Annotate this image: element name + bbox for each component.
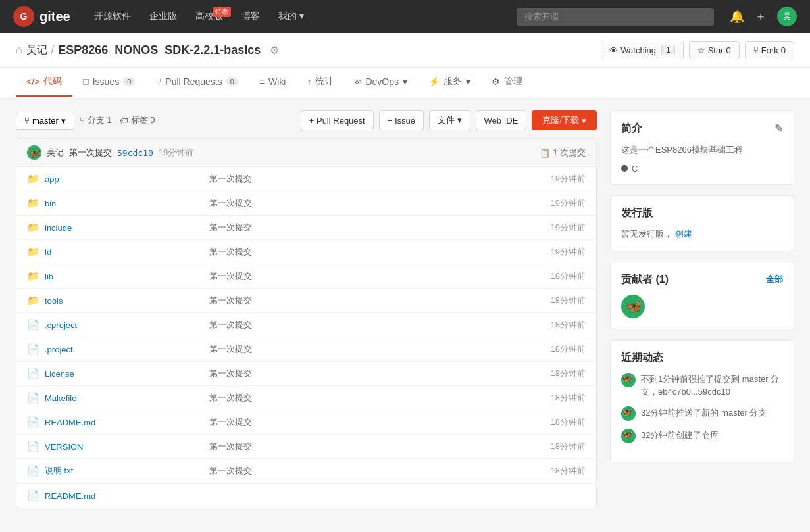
- search-input[interactable]: [517, 8, 714, 26]
- list-item: 📄Makefile第一次提交18分钟前: [16, 386, 596, 410]
- list-item: 📁bin第一次提交19分钟前: [16, 191, 596, 216]
- file-name-link[interactable]: include: [45, 223, 209, 233]
- tab-wiki[interactable]: ≡ Wiki: [249, 68, 297, 97]
- tab-devops[interactable]: ∞ DevOps ▾: [344, 68, 418, 97]
- activity-avatar: 🦋: [621, 373, 636, 387]
- file-commit-msg: 第一次提交: [209, 368, 520, 379]
- file-commit-msg: 第一次提交: [209, 416, 520, 428]
- release-create-link[interactable]: 创建: [675, 229, 692, 239]
- webide-button[interactable]: Web IDE: [476, 110, 527, 130]
- repo-sidebar: 简介 ✎ 这是一个ESP8266模块基础工程 C 发行版 暂无发行版， 创建: [610, 110, 794, 508]
- special-badge: 特惠: [213, 7, 231, 17]
- file-time: 18分钟前: [520, 295, 586, 306]
- commit-message[interactable]: 第一次提交: [69, 147, 112, 158]
- file-time: 18分钟前: [520, 416, 586, 428]
- branch-count[interactable]: ⑂ 分支 1: [80, 114, 112, 126]
- edit-icon[interactable]: ✎: [774, 122, 783, 135]
- contributor-avatar[interactable]: 🦋: [621, 295, 645, 318]
- list-item: 📄VERSION第一次提交18分钟前: [16, 435, 596, 459]
- tag-icon: 🏷: [120, 116, 128, 126]
- star-icon: ☆: [697, 45, 705, 55]
- file-commit-msg: 第一次提交: [209, 246, 520, 258]
- file-button[interactable]: 文件 ▾: [429, 110, 470, 130]
- star-button[interactable]: ☆ Star 0: [689, 41, 740, 59]
- file-name-link[interactable]: VERSION: [45, 442, 209, 452]
- file-name-link[interactable]: ld: [45, 247, 209, 257]
- watch-button[interactable]: 👁 Watching 1: [601, 41, 683, 59]
- repo-name[interactable]: ESP8266_NONOS_SDK-2.2.1-basics: [58, 43, 261, 57]
- file-icon: 📁: [27, 173, 39, 185]
- activity-text: 32分钟前创建了仓库: [641, 429, 719, 442]
- file-name-link[interactable]: .cproject: [45, 320, 209, 330]
- logo-icon: G: [13, 6, 34, 27]
- file-time: 18分钟前: [520, 319, 586, 331]
- contributors-all-link[interactable]: 全部: [766, 274, 783, 285]
- commit-time: 19分钟前: [159, 147, 193, 158]
- repo-main: ⑂ master ▾ ⑂ 分支 1 🏷 标签 0 + Pull Request …: [16, 110, 597, 508]
- issue-button[interactable]: + Issue: [379, 110, 424, 130]
- file-name-link[interactable]: bin: [45, 199, 209, 208]
- file-icon: 📄: [27, 441, 39, 452]
- fork-button[interactable]: ⑂ Fork 0: [745, 41, 794, 59]
- clone-button[interactable]: 克隆/下载 ▾: [532, 110, 597, 130]
- contributors-label: 贡献者 (1): [621, 273, 669, 287]
- file-time: 19分钟前: [520, 197, 586, 209]
- file-name-link[interactable]: License: [45, 369, 209, 379]
- breadcrumb: ⌂ 吴记 / ESP8266_NONOS_SDK-2.2.1-basics ⚙: [16, 43, 279, 57]
- tab-manage[interactable]: ⚙ 管理: [481, 68, 533, 97]
- tab-code[interactable]: </> 代码: [16, 68, 72, 97]
- plus-icon[interactable]: ＋: [755, 9, 767, 24]
- file-rows: 📁app第一次提交19分钟前📁bin第一次提交19分钟前📁include第一次提…: [16, 167, 596, 483]
- nav-mine[interactable]: 我的 ▾: [270, 7, 312, 26]
- file-time: 18分钟前: [520, 392, 586, 404]
- commit-count[interactable]: 📋 1 次提交: [540, 147, 586, 158]
- tag-count[interactable]: 🏷 标签 0: [120, 114, 155, 126]
- logo[interactable]: G gitee: [13, 6, 70, 27]
- repo-settings-icon[interactable]: ⚙: [270, 44, 279, 57]
- user-avatar[interactable]: 吴: [777, 7, 797, 26]
- file-time: 19分钟前: [520, 246, 586, 258]
- file-name-link[interactable]: README.md: [45, 418, 209, 427]
- file-name-link[interactable]: Makefile: [45, 393, 209, 403]
- tab-stats[interactable]: ↑ 统计: [296, 68, 344, 97]
- activity-title: 近期动态: [621, 351, 783, 365]
- file-icon: 📄: [27, 490, 39, 502]
- file-commit-msg: 第一次提交: [209, 441, 520, 452]
- file-name-link[interactable]: tools: [45, 296, 209, 306]
- nav-blog[interactable]: 博客: [234, 7, 268, 26]
- list-item: 📁app第一次提交19分钟前: [16, 167, 596, 191]
- nav-enterprise[interactable]: 企业版: [141, 7, 185, 26]
- branch-select[interactable]: ⑂ master ▾: [16, 112, 74, 130]
- pr-icon: ⑂: [156, 76, 161, 87]
- sidebar-activity: 近期动态 🦋不到1分钟前强推了提交到 master 分支，eb4c7b0...5…: [610, 340, 794, 462]
- file-icon: 📁: [27, 222, 39, 233]
- list-item: 📄.cproject第一次提交18分钟前: [16, 313, 596, 337]
- file-commit-msg: 第一次提交: [209, 197, 520, 209]
- release-none: 暂无发行版， 创建: [621, 228, 783, 240]
- file-name-link[interactable]: lib: [45, 272, 209, 281]
- file-name-link[interactable]: 说明.txt: [45, 465, 209, 477]
- eye-icon: 👁: [609, 45, 618, 55]
- activity-item: 🦋32分钟前推送了新的 master 分支: [621, 406, 783, 421]
- bell-icon[interactable]: 🔔: [730, 9, 744, 24]
- repo-owner[interactable]: 吴记: [26, 43, 47, 57]
- list-item: 📄 README.md: [16, 484, 596, 508]
- tab-issues[interactable]: □ Issues 0: [72, 68, 145, 97]
- file-name[interactable]: README.md: [45, 491, 209, 501]
- pull-request-button[interactable]: + Pull Request: [301, 110, 374, 130]
- commit-author[interactable]: 吴记: [47, 147, 64, 158]
- tab-services[interactable]: ⚡ 服务 ▾: [418, 68, 481, 97]
- toolbar-right: + Pull Request + Issue 文件 ▾ Web IDE 克隆/下…: [301, 110, 597, 130]
- tab-pullrequests[interactable]: ⑂ Pull Requests 0: [145, 68, 249, 97]
- nav-university[interactable]: 高校版 特惠: [188, 7, 231, 26]
- file-commit-msg: 第一次提交: [209, 222, 520, 233]
- file-time: 18分钟前: [520, 441, 586, 452]
- commit-hash[interactable]: 59cdc10: [117, 148, 153, 158]
- file-commit-msg: 第一次提交: [209, 319, 520, 331]
- list-item: 📄说明.txt第一次提交18分钟前: [16, 459, 596, 483]
- file-name-link[interactable]: .project: [45, 345, 209, 354]
- nav-opensource[interactable]: 开源软件: [86, 7, 139, 26]
- main-content: ⑂ master ▾ ⑂ 分支 1 🏷 标签 0 + Pull Request …: [0, 97, 810, 521]
- file-name-link[interactable]: app: [45, 174, 209, 184]
- activity-list: 🦋不到1分钟前强推了提交到 master 分支，eb4c7b0...59cdc1…: [621, 373, 783, 443]
